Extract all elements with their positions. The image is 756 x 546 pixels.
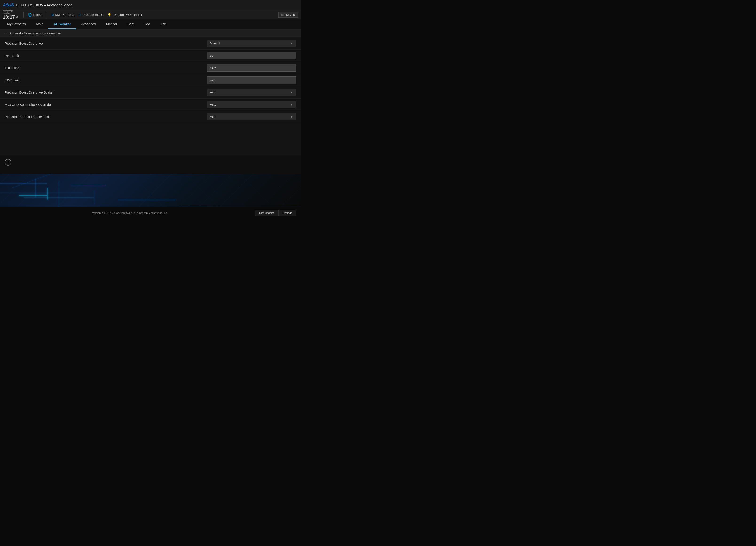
table-row: PPT Limit bbox=[0, 50, 301, 62]
footer-buttons: Last Modified EzMode bbox=[255, 210, 296, 216]
dropdown-arrow-icon: ▼ bbox=[290, 115, 293, 118]
tdc-limit-control[interactable] bbox=[207, 64, 296, 71]
info-section: i bbox=[0, 155, 301, 174]
eztuning-label: EZ Tuning Wizard(F11) bbox=[113, 13, 142, 16]
version-text: Version 2.17.1246. Copyright (C) 2020 Am… bbox=[5, 211, 255, 214]
back-arrow-icon[interactable]: ← bbox=[4, 31, 8, 35]
fan-icon: ♺ bbox=[78, 13, 81, 17]
platform-thermal-label: Platform Thermal Throttle Limit bbox=[5, 115, 207, 119]
tdc-limit-label: TDC Limit bbox=[5, 66, 207, 70]
toolbar-eztuning[interactable]: 💡 EZ Tuning Wizard(F11) bbox=[106, 12, 144, 18]
breadcrumb: Ai Tweaker\Precision Boost Overdrive bbox=[9, 32, 61, 35]
pbo-scalar-value: Auto bbox=[210, 91, 216, 94]
table-row: Precision Boost Overdrive Scalar Auto ▼ bbox=[0, 86, 301, 99]
max-cpu-boost-dropdown[interactable]: Auto ▼ bbox=[207, 101, 296, 108]
max-cpu-boost-value: Auto bbox=[210, 103, 216, 106]
bios-title: UEFI BIOS Utility – Advanced Mode bbox=[16, 3, 72, 7]
table-row: Precision Boost Overdrive Manual ▼ bbox=[0, 37, 301, 50]
tab-exit[interactable]: Exit bbox=[156, 19, 172, 29]
breadcrumb-bar: ← Ai Tweaker\Precision Boost Overdrive bbox=[0, 29, 301, 37]
precision-boost-overdrive-dropdown[interactable]: Manual ▼ bbox=[207, 40, 296, 47]
toolbar-qfan[interactable]: ♺ Qfan Control(F6) bbox=[76, 12, 106, 18]
tuning-icon: 💡 bbox=[107, 13, 111, 17]
header-bar: ASUS UEFI BIOS Utility – Advanced Mode bbox=[0, 0, 301, 10]
tab-advanced[interactable]: Advanced bbox=[76, 19, 101, 29]
qfan-label: Qfan Control(F6) bbox=[83, 13, 104, 16]
ppt-limit-control[interactable] bbox=[207, 52, 296, 59]
table-row: Max CPU Boost Clock Override Auto ▼ bbox=[0, 99, 301, 111]
main-content: Precision Boost Overdrive Manual ▼ PPT L… bbox=[0, 37, 301, 155]
info-icon: i bbox=[5, 159, 11, 166]
last-modified-button[interactable]: Last Modified bbox=[255, 210, 278, 216]
precision-boost-overdrive-control[interactable]: Manual ▼ bbox=[207, 40, 296, 47]
footer-bottom: Version 2.17.1246. Copyright (C) 2020 Am… bbox=[0, 207, 301, 219]
precision-boost-overdrive-label: Precision Boost Overdrive bbox=[5, 42, 207, 45]
tab-tool[interactable]: Tool bbox=[139, 19, 156, 29]
language-label: English bbox=[33, 13, 42, 16]
ppt-limit-label: PPT Limit bbox=[5, 54, 207, 58]
pbo-scalar-dropdown[interactable]: Auto ▼ bbox=[207, 89, 296, 96]
hotkeys-label: Hot Keys bbox=[281, 13, 292, 16]
monitor-icon: 🖥 bbox=[51, 13, 54, 17]
ez-mode-button[interactable]: EzMode bbox=[279, 210, 296, 216]
max-cpu-boost-label: Max CPU Boost Clock Override bbox=[5, 103, 207, 107]
table-row: EDC Limit bbox=[0, 74, 301, 86]
tab-boot[interactable]: Boot bbox=[122, 19, 139, 29]
table-row: Platform Thermal Throttle Limit Auto ▼ bbox=[0, 111, 301, 123]
globe-icon: 🌐 bbox=[28, 13, 32, 17]
platform-thermal-control[interactable]: Auto ▼ bbox=[207, 113, 296, 120]
max-cpu-boost-control[interactable]: Auto ▼ bbox=[207, 101, 296, 108]
dropdown-arrow-icon: ▼ bbox=[290, 91, 293, 94]
footer-decoration bbox=[0, 174, 301, 207]
gear-icon[interactable]: ⚙ bbox=[16, 16, 18, 18]
edc-limit-input[interactable] bbox=[207, 76, 296, 84]
tab-main[interactable]: Main bbox=[31, 19, 48, 29]
asus-logo: ASUS bbox=[3, 3, 14, 8]
nav-tabs: My Favorites Main Ai Tweaker Advanced Mo… bbox=[0, 19, 301, 29]
date-text: 02/21/2021 Sunday bbox=[3, 10, 18, 15]
toolbar-language[interactable]: 🌐 English bbox=[26, 12, 44, 18]
edc-limit-control[interactable] bbox=[207, 76, 296, 84]
tab-ai-tweaker[interactable]: Ai Tweaker bbox=[48, 19, 76, 29]
edc-limit-label: EDC Limit bbox=[5, 78, 207, 82]
tab-my-favorites[interactable]: My Favorites bbox=[2, 19, 31, 29]
pbo-scalar-control[interactable]: Auto ▼ bbox=[207, 89, 296, 96]
ppt-limit-input[interactable] bbox=[207, 52, 296, 59]
toolbar-divider-1 bbox=[23, 12, 24, 18]
toolbar-myfavorite[interactable]: 🖥 MyFavorite(F3) bbox=[49, 12, 76, 18]
platform-thermal-value: Auto bbox=[210, 115, 216, 118]
platform-thermal-dropdown[interactable]: Auto ▼ bbox=[207, 113, 296, 120]
hotkeys-button[interactable]: Hot Keys ▶ bbox=[278, 12, 298, 18]
table-row: TDC Limit bbox=[0, 62, 301, 74]
myfavorite-label: MyFavorite(F3) bbox=[55, 13, 75, 16]
precision-boost-overdrive-value: Manual bbox=[210, 42, 220, 45]
datetime-block: 02/21/2021 Sunday 10:17 ⚙ bbox=[3, 10, 18, 20]
tab-monitor[interactable]: Monitor bbox=[101, 19, 122, 29]
dropdown-arrow-icon: ▼ bbox=[290, 42, 293, 45]
hotkeys-arrow-icon: ▶ bbox=[293, 13, 295, 16]
pbo-scalar-label: Precision Boost Overdrive Scalar bbox=[5, 91, 207, 94]
time-display: 10:17 ⚙ bbox=[3, 15, 18, 19]
settings-table: Precision Boost Overdrive Manual ▼ PPT L… bbox=[0, 37, 301, 123]
tdc-limit-input[interactable] bbox=[207, 64, 296, 71]
toolbar: 02/21/2021 Sunday 10:17 ⚙ 🌐 English 🖥 My… bbox=[0, 10, 301, 19]
dropdown-arrow-icon: ▼ bbox=[290, 103, 293, 106]
